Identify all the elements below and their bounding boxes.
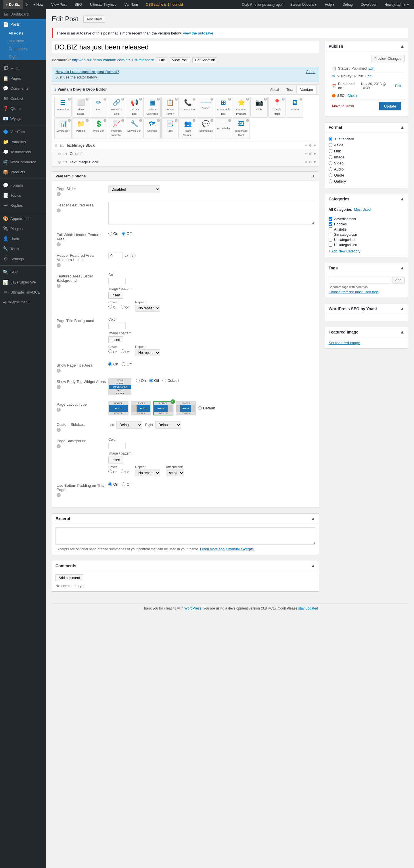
published-edit-link[interactable]: Edit — [395, 84, 401, 88]
comments-toggle[interactable]: ▲ — [311, 563, 315, 568]
widgets-off-radio[interactable] — [149, 379, 153, 382]
help-icon[interactable]: ? — [57, 192, 61, 196]
layout-left-sidebar[interactable]: HEADER BODY FOOTER — [131, 401, 151, 415]
page-bg-swatch[interactable] — [108, 443, 126, 449]
get-shortlink-btn[interactable]: Get Shortlink — [192, 57, 217, 63]
categories-toggle[interactable]: ▲ — [400, 196, 405, 202]
help-btn[interactable]: Help ▾ — [322, 0, 337, 9]
block-blog[interactable]: ? ✏ Blog — [90, 97, 107, 118]
page-cover-off[interactable] — [121, 469, 125, 473]
spinner-btn[interactable]: ↕ — [130, 253, 136, 258]
edit-pencil-icon[interactable]: ✏ — [305, 144, 308, 148]
drag-handle-icon[interactable]: ⊕ — [58, 152, 61, 156]
drag-handle-icon[interactable]: ⊕ — [58, 160, 61, 164]
edit-settings-icon[interactable]: ⚙ — [309, 152, 312, 156]
help-icon[interactable]: ? — [57, 263, 61, 267]
tab-visual[interactable]: Visual — [266, 86, 283, 93]
format-image-radio[interactable] — [329, 155, 332, 159]
page-slider-select[interactable]: Disabled — [108, 185, 160, 193]
bottom-padding-off[interactable] — [122, 483, 125, 486]
block-contact-form7[interactable]: ? 📋 Contact Form 7 — [161, 97, 179, 118]
min-height-input[interactable] — [108, 252, 123, 259]
page-repeat-select[interactable]: No repeat — [135, 469, 160, 476]
sidebar-item-replies[interactable]: ↩Replies — [0, 200, 46, 211]
attachment-select[interactable]: scroll fixed — [166, 469, 184, 476]
help-icon[interactable]: ? — [57, 369, 61, 373]
block-blank-space[interactable]: ? ⬜ Blank Space — [72, 97, 89, 118]
choose-tags-link[interactable]: Choose from the most used tags — [329, 290, 378, 294]
help-icon[interactable]: ? — [57, 284, 61, 288]
admin-seo[interactable]: SEO — [72, 0, 84, 9]
cat-aristotle-check[interactable] — [329, 227, 332, 231]
view-post-btn[interactable]: View Post — [170, 57, 190, 63]
admin-view-post[interactable]: View Post — [49, 0, 69, 9]
post-title-input[interactable] — [52, 41, 319, 53]
move-to-trash-link[interactable]: Move to Trash — [332, 104, 354, 108]
sidebar-item-tools[interactable]: 🔧Tools — [0, 244, 46, 254]
permalink-url[interactable]: http://do-biz.demo.vamtam.com/biz-just-r… — [72, 58, 154, 62]
debug-btn[interactable]: Debug — [340, 0, 355, 9]
featured-color-swatch[interactable] — [108, 278, 126, 284]
format-quote-radio[interactable] — [329, 174, 332, 177]
status-edit-link[interactable]: Edit — [368, 66, 374, 70]
block-contact-info[interactable]: ? 📞 Contact Info — [179, 97, 196, 118]
submenu-all-posts[interactable]: All Posts — [0, 29, 46, 37]
title-bg-swatch[interactable] — [108, 322, 126, 329]
title-insert-btn[interactable]: Insert — [108, 336, 123, 343]
edit-collapse-icon[interactable]: ▼ — [313, 160, 317, 164]
help-icon[interactable]: ? — [57, 444, 61, 448]
title-repeat-select[interactable]: No repeat — [135, 349, 160, 356]
editor-notice-close[interactable]: Close — [306, 69, 315, 74]
cat-advertisement-check[interactable] — [329, 217, 332, 221]
update-btn[interactable]: Update — [379, 102, 401, 111]
help-icon[interactable]: ? — [57, 428, 61, 432]
help-icon[interactable]: ? — [57, 385, 61, 389]
sidebar-item-plugins[interactable]: 🔌Plugins — [0, 224, 46, 234]
repeat-select[interactable]: No repeat Repeat Repeat X Repeat Y — [135, 305, 160, 312]
block-sitemap[interactable]: ? 🗺 Sitemap — [144, 118, 161, 139]
admin-vamtam[interactable]: VamTam — [122, 0, 140, 9]
help-icon[interactable]: ? — [57, 242, 61, 246]
block-text-image[interactable]: ? 🖼 Text/Image Block — [232, 118, 250, 139]
block-progress[interactable]: ? 📈 Progress Indicator — [108, 118, 125, 139]
sidebar-item-dashboard[interactable]: ⊞Dashboard — [0, 9, 46, 19]
block-testimonials[interactable]: ? 💬 Testimonials — [197, 118, 214, 139]
block-service-box[interactable]: ? 🔧 Service Box — [126, 118, 143, 139]
featured-insert-btn[interactable]: Insert — [108, 292, 123, 299]
sidebar-item-seo[interactable]: 🔍SEO — [0, 267, 46, 277]
tags-toggle[interactable]: ▲ — [400, 266, 405, 271]
sidebar-item-woocommerce[interactable]: 🛒WooCommerce — [0, 157, 46, 167]
left-sidebar-select[interactable]: Default — [117, 421, 142, 429]
block-callout-box[interactable]: ? 📢 Call Out Box — [126, 97, 143, 118]
sidebar-item-appearance[interactable]: 🎨Appearance — [0, 214, 46, 224]
visibility-edit-link[interactable]: Edit — [365, 74, 372, 78]
format-link-radio[interactable] — [329, 149, 332, 153]
header-featured-textarea[interactable] — [108, 202, 314, 225]
page-cover-on[interactable] — [108, 469, 112, 473]
sidebar-item-contact[interactable]: ✉Contact — [0, 93, 46, 103]
cover-off-radio[interactable] — [121, 305, 125, 309]
seo-yoast-toggle[interactable]: ▲ — [400, 306, 405, 311]
publish-toggle[interactable]: ▲ — [400, 44, 405, 49]
tags-add-btn[interactable]: Add — [392, 277, 405, 283]
cat-uncategorized-check[interactable] — [329, 238, 332, 242]
sidebar-item-wysija[interactable]: 📧Wysija — [0, 114, 46, 124]
layout-right-sidebar[interactable]: ✓ HEADER BODY FOOTER — [153, 401, 173, 415]
set-featured-image-link[interactable]: Set featured image — [329, 341, 360, 345]
excerpt-textarea[interactable] — [56, 527, 315, 545]
editor-notice-link[interactable]: How do I use standard post format? — [56, 69, 119, 74]
vamtam-options-toggle[interactable]: ▲ — [312, 174, 315, 178]
sidebar-item-layerslider[interactable]: 📊LayerSlider WP — [0, 277, 46, 287]
block-text-divider[interactable]: ? — Text Divider — [215, 118, 232, 139]
block-team-member[interactable]: ? 👥 Team Member — [179, 118, 196, 139]
edit-settings-icon[interactable]: ⚙ — [309, 160, 312, 164]
block-flickr[interactable]: ? 📷 Flickr — [250, 97, 268, 118]
cat-unkategorisiert-check[interactable] — [329, 243, 332, 247]
block-portfolio[interactable]: ? 📁 Portfolio — [72, 118, 89, 139]
sidebar-item-comments[interactable]: 💬Comments — [0, 83, 46, 93]
format-gallery-radio[interactable] — [329, 179, 332, 183]
block-expandable[interactable]: ? ⊞ Expandable Box — [215, 97, 232, 118]
screen-options-btn[interactable]: Screen Options ▾ — [288, 0, 319, 9]
developer-btn[interactable]: Developer — [358, 0, 379, 9]
cover-on-radio[interactable] — [108, 305, 112, 309]
